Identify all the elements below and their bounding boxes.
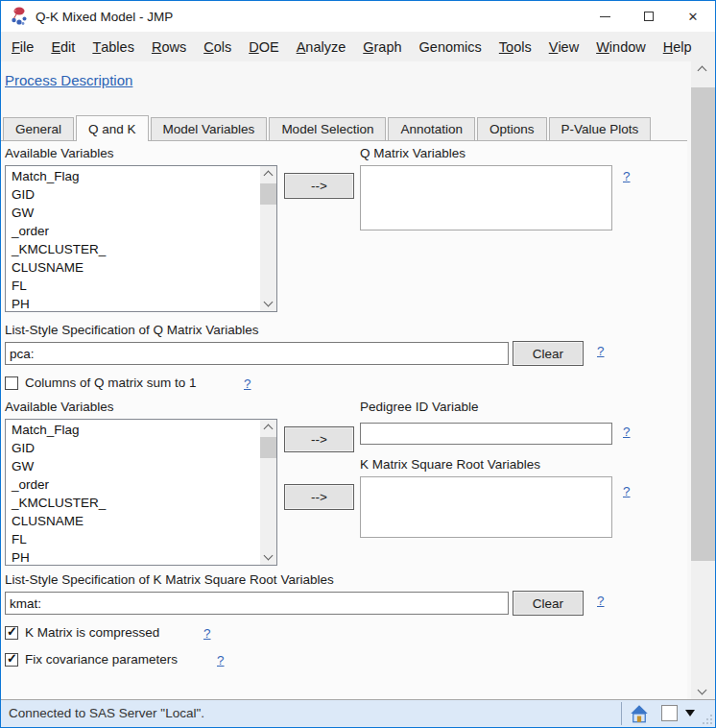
listbox-scrollbar[interactable] — [260, 420, 276, 565]
list-item[interactable]: GID — [6, 185, 260, 204]
chevron-up-icon[interactable] — [698, 66, 707, 76]
menu-item-help[interactable]: Help — [655, 32, 701, 61]
app-window: Q-K Mixed Model - JMP ✕ FileEditTablesRo… — [0, 0, 716, 728]
help-fix-covariance[interactable]: ? — [217, 653, 225, 667]
menu-item-view[interactable]: View — [540, 32, 587, 61]
minimize-icon — [600, 16, 610, 17]
list-item[interactable]: FL — [6, 530, 260, 548]
menu-item-analyze[interactable]: Analyze — [288, 32, 355, 61]
list-item[interactable]: _KMCLUSTER_ — [6, 240, 260, 258]
menu-item-window[interactable]: Window — [587, 32, 655, 61]
move-to-q-matrix-button[interactable]: --> — [284, 173, 354, 199]
scrollbar-thumb[interactable] — [691, 87, 715, 561]
clear-k-spec-button[interactable]: Clear — [513, 591, 584, 616]
menu-item-tools[interactable]: Tools — [490, 32, 540, 61]
tab-model-selection[interactable]: Model Selection — [269, 117, 386, 140]
close-icon: ✕ — [688, 11, 699, 23]
window-list-button[interactable] — [661, 705, 678, 721]
list-item[interactable]: GW — [6, 457, 260, 475]
menu-item-tables[interactable]: Tables — [84, 32, 143, 61]
q-matrix-variables-box[interactable] — [360, 165, 612, 231]
list-item[interactable]: PH — [6, 548, 260, 566]
chevron-down-icon[interactable] — [264, 551, 274, 561]
menu-item-doe[interactable]: DOE — [240, 32, 287, 61]
minimize-button[interactable] — [583, 1, 627, 32]
process-description-link[interactable]: Process Description — [5, 72, 132, 88]
tab-annotation[interactable]: Annotation — [388, 117, 475, 140]
k-matrix-variables-box[interactable] — [360, 476, 612, 538]
help-k-matrix[interactable]: ? — [623, 484, 631, 498]
fix-covariance-label: Fix covariance parameters — [25, 652, 178, 667]
statusbar-divider — [621, 702, 622, 725]
help-q-matrix[interactable]: ? — [623, 169, 631, 183]
k-spec-input[interactable] — [5, 592, 509, 615]
menubar: FileEditTablesRowsColsDOEAnalyzeGraphGen… — [1, 32, 715, 61]
k-matrix-label: K Matrix Square Root Variables — [360, 457, 540, 472]
fix-covariance-checkbox[interactable] — [5, 653, 18, 667]
menu-item-edit[interactable]: Edit — [42, 32, 84, 61]
menu-item-graph[interactable]: Graph — [354, 32, 410, 61]
list-item[interactable]: CLUSNAME — [6, 258, 260, 277]
close-button[interactable]: ✕ — [671, 1, 715, 32]
scrollbar-thumb[interactable] — [260, 183, 276, 205]
home-icon[interactable] — [630, 704, 649, 723]
list-item[interactable]: CLUSNAME — [6, 512, 260, 530]
help-k-compressed[interactable]: ? — [203, 626, 211, 641]
available-variables-label-q: Available Variables — [5, 146, 114, 160]
menu-item-cols[interactable]: Cols — [195, 32, 240, 61]
list-item[interactable]: FL — [6, 277, 260, 295]
menu-item-file[interactable]: File — [3, 32, 42, 61]
caret-down-icon[interactable] — [685, 710, 695, 716]
sas-connection-status: Connected to SAS Server "Local". — [9, 706, 204, 720]
k-spec-label: List-Style Specification of K Matrix Squ… — [5, 572, 334, 587]
sum-to-1-label: Columns of Q matrix sum to 1 — [25, 376, 197, 390]
menu-item-rows[interactable]: Rows — [143, 32, 195, 61]
list-item[interactable]: _order — [6, 222, 260, 240]
chevron-down-icon[interactable] — [698, 686, 707, 695]
move-to-k-matrix-button[interactable]: --> — [284, 484, 354, 510]
available-variables-listbox-q[interactable]: Match_FlagGIDGW_order_KMCLUSTER_CLUSNAME… — [5, 165, 277, 312]
pedigree-id-input[interactable] — [360, 423, 612, 445]
chevron-up-icon[interactable] — [264, 171, 274, 181]
pedigree-id-label: Pedigree ID Variable — [360, 400, 479, 414]
maximize-button[interactable] — [627, 1, 671, 32]
help-pedigree[interactable]: ? — [623, 425, 631, 439]
move-to-pedigree-button[interactable]: --> — [284, 426, 354, 452]
q-and-k-panel: Available Variables Match_FlagGIDGW_orde… — [1, 140, 687, 699]
q-matrix-variables-label: Q Matrix Variables — [360, 146, 465, 160]
title-bar: Q-K Mixed Model - JMP ✕ — [1, 1, 715, 32]
list-item[interactable]: GW — [6, 204, 260, 222]
chevron-down-icon[interactable] — [264, 298, 274, 307]
tab-options[interactable]: Options — [477, 117, 547, 140]
help-q-spec[interactable]: ? — [597, 344, 605, 358]
available-variables-listbox-k[interactable]: Match_FlagGIDGW_order_KMCLUSTER_CLUSNAME… — [5, 419, 277, 566]
sum-to-1-checkbox[interactable] — [5, 376, 18, 390]
scrollbar-thumb[interactable] — [260, 437, 276, 458]
k-compressed-label: K Matrix is compressed — [25, 625, 159, 640]
list-item[interactable]: _KMCLUSTER_ — [6, 494, 260, 512]
chevron-up-icon[interactable] — [264, 425, 274, 434]
list-item[interactable]: GID — [6, 439, 260, 457]
help-k-spec[interactable]: ? — [597, 594, 605, 608]
help-sum-to-1[interactable]: ? — [244, 376, 251, 391]
tab-p-value-plots[interactable]: P-Value Plots — [549, 117, 652, 140]
menu-item-genomics[interactable]: Genomics — [411, 32, 490, 61]
resize-grip-icon[interactable] — [701, 713, 713, 725]
list-item[interactable]: _order — [6, 475, 260, 494]
tab-model-variables[interactable]: Model Variables — [151, 117, 268, 140]
q-spec-input[interactable] — [5, 342, 509, 365]
q-spec-label: List-Style Specification of Q Matrix Var… — [5, 323, 259, 337]
listbox-scrollbar[interactable] — [260, 166, 276, 311]
k-compressed-checkbox[interactable] — [5, 626, 18, 640]
window-title: Q-K Mixed Model - JMP — [36, 10, 173, 24]
list-item[interactable]: PH — [6, 295, 260, 312]
list-item[interactable]: Match_Flag — [6, 421, 260, 439]
tab-general[interactable]: General — [3, 117, 74, 140]
tab-q-and-k[interactable]: Q and K — [76, 115, 149, 141]
status-bar: Connected to SAS Server "Local". — [1, 699, 715, 727]
available-variables-label-k: Available Variables — [5, 400, 114, 414]
clear-q-spec-button[interactable]: Clear — [513, 341, 584, 366]
jmp-logo-icon — [9, 6, 30, 27]
main-vertical-scrollbar[interactable] — [691, 61, 715, 699]
list-item[interactable]: Match_Flag — [6, 167, 260, 185]
